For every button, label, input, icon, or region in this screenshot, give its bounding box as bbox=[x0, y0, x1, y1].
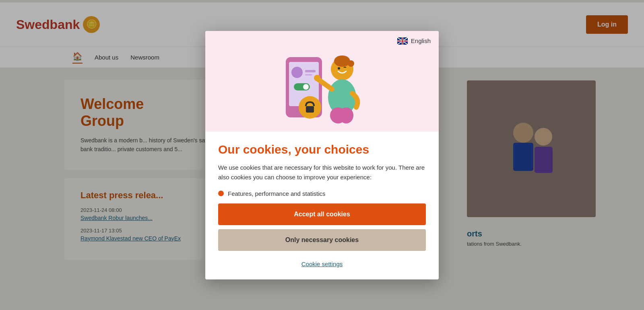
modal-overlay: English bbox=[0, 0, 644, 310]
cookie-option-features: Features, performance and statistics bbox=[218, 190, 426, 197]
cookie-illustration-svg bbox=[274, 37, 370, 125]
cookie-modal: English bbox=[205, 31, 439, 279]
svg-point-7 bbox=[291, 67, 303, 78]
uk-flag-icon bbox=[397, 37, 408, 45]
svg-point-22 bbox=[338, 67, 340, 70]
language-label[interactable]: English bbox=[411, 37, 431, 44]
flag-red-v bbox=[402, 37, 403, 45]
necessary-only-button[interactable]: Only necessary cookies bbox=[218, 229, 426, 251]
svg-point-16 bbox=[348, 60, 354, 67]
language-selector[interactable]: English bbox=[397, 37, 431, 45]
cookie-settings-button[interactable]: Cookie settings bbox=[218, 257, 426, 271]
svg-rect-13 bbox=[306, 106, 314, 113]
svg-point-19 bbox=[314, 75, 320, 81]
svg-point-15 bbox=[334, 55, 350, 67]
svg-rect-8 bbox=[305, 70, 316, 72]
svg-point-21 bbox=[339, 107, 353, 123]
modal-description: We use cookies that are necessary for th… bbox=[218, 163, 426, 182]
option-label: Features, performance and statistics bbox=[228, 190, 326, 197]
modal-illustration bbox=[205, 31, 439, 131]
accept-all-button[interactable]: Accept all cookies bbox=[218, 203, 426, 225]
svg-rect-9 bbox=[305, 74, 312, 76]
svg-point-11 bbox=[303, 84, 309, 90]
modal-content: Our cookies, your choices We use cookies… bbox=[205, 131, 439, 279]
modal-title: Our cookies, your choices bbox=[218, 143, 426, 156]
option-dot bbox=[218, 191, 224, 196]
